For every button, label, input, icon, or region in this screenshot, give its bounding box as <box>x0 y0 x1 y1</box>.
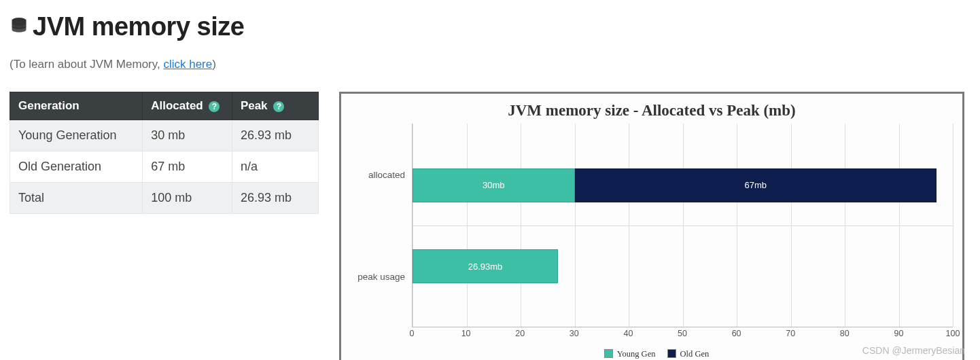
x-tick: 50 <box>678 329 687 338</box>
ylabel-allocated: allocated <box>368 170 405 180</box>
help-prefix: (To learn about JVM Memory, <box>10 58 163 71</box>
bar-allocated: 30mb 67mb <box>413 168 953 202</box>
x-tick: 100 <box>946 329 960 338</box>
grid-v-line <box>521 124 521 327</box>
grid-v-line <box>791 124 792 327</box>
legend-swatch-young <box>604 349 613 358</box>
chart-container: JVM memory size - Allocated vs Peak (mb)… <box>339 92 964 360</box>
help-suffix: ) <box>212 58 216 71</box>
grid-v-line <box>413 124 413 327</box>
bar-peak: 26.93mb <box>413 249 953 283</box>
ylabel-peak: peak usage <box>357 272 405 282</box>
cell-alloc: 100 mb <box>143 183 232 214</box>
table-header-row: Generation Allocated ? Peak ? <box>10 92 319 120</box>
table-row: Young Generation 30 mb 26.93 mb <box>10 120 319 151</box>
page-heading: JVM memory size <box>10 12 970 41</box>
x-tick: 10 <box>461 329 471 338</box>
legend-label-young: Young Gen <box>617 349 656 359</box>
cell-gen: Total <box>10 183 143 214</box>
cell-peak: 26.93 mb <box>232 183 318 214</box>
x-tick: 80 <box>840 329 850 338</box>
legend-label-old: Old Gen <box>680 349 710 359</box>
help-link[interactable]: click here <box>163 58 212 71</box>
cell-gen: Young Generation <box>10 120 143 151</box>
x-tick: 30 <box>570 329 579 338</box>
cell-alloc: 30 mb <box>143 120 232 151</box>
bar-seg-old: 67mb <box>575 168 937 202</box>
plot-area: 30mb 67mb 26.93mb <box>412 124 953 327</box>
chart-plot: allocated peak usage 30mb 67mb 26.93mb <box>351 124 953 327</box>
db-icon <box>10 16 29 38</box>
x-axis: 0102030405060708090100 <box>412 329 953 345</box>
cell-peak: 26.93 mb <box>232 120 318 151</box>
table-row: Total 100 mb 26.93 mb <box>10 183 319 214</box>
page-title: JVM memory size <box>33 12 244 41</box>
memory-table: Generation Allocated ? Peak ? Young Gene… <box>10 92 319 214</box>
bar-seg-young: 30mb <box>413 168 575 202</box>
col-generation: Generation <box>10 92 143 120</box>
grid-v-line <box>467 124 468 327</box>
cell-gen: Old Generation <box>10 151 143 183</box>
y-axis-labels: allocated peak usage <box>351 124 412 327</box>
chart-title: JVM memory size - Allocated vs Peak (mb) <box>351 102 953 120</box>
help-icon[interactable]: ? <box>273 101 284 112</box>
watermark: CSDN @JermeryBesian <box>862 345 965 356</box>
x-tick: 20 <box>515 329 525 338</box>
x-tick: 60 <box>732 329 741 338</box>
col-allocated: Allocated ? <box>143 92 232 120</box>
grid-v-line <box>575 124 576 327</box>
legend-swatch-old <box>667 349 676 358</box>
cell-alloc: 67 mb <box>143 151 232 183</box>
col-peak: Peak ? <box>232 92 318 120</box>
grid-v-line <box>629 124 629 327</box>
grid-v-line <box>737 124 737 327</box>
grid-v-line <box>845 124 845 327</box>
table-row: Old Generation 67 mb n/a <box>10 151 319 183</box>
help-line: (To learn about JVM Memory, click here) <box>10 58 970 71</box>
x-tick: 70 <box>786 329 795 338</box>
grid-v-line <box>899 124 900 327</box>
grid-v-line <box>953 124 953 327</box>
cell-peak: n/a <box>232 151 318 183</box>
x-tick: 40 <box>623 329 633 338</box>
x-tick: 0 <box>410 329 415 338</box>
chart-grid <box>413 124 953 327</box>
help-icon[interactable]: ? <box>209 101 220 112</box>
bar-seg-young: 26.93mb <box>413 249 558 283</box>
x-tick: 90 <box>894 329 903 338</box>
grid-v-line <box>683 124 684 327</box>
